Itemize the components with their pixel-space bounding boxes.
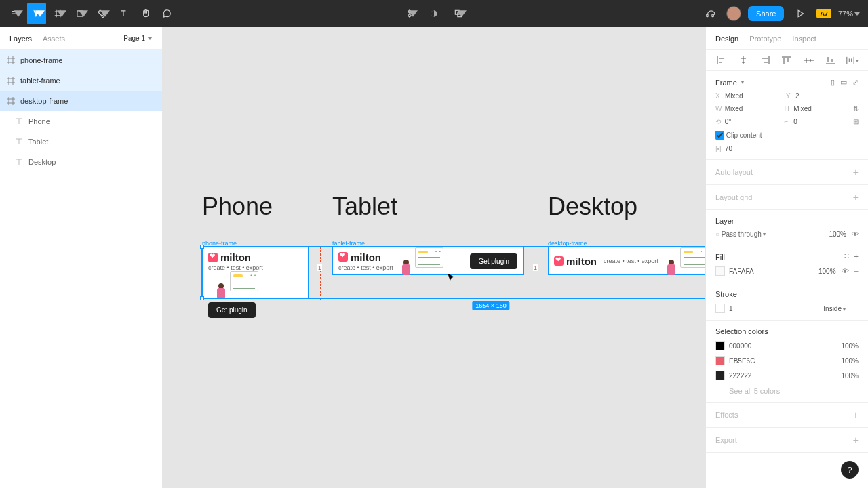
layer-desktop-text[interactable]: Desktop: [0, 152, 162, 172]
mask-tool[interactable]: [425, 3, 443, 24]
portrait-icon[interactable]: ▯: [831, 78, 835, 87]
selection-dimensions: 1654 × 150: [472, 301, 509, 310]
title-phone: Phone: [202, 192, 273, 221]
clip-content-checkbox[interactable]: [715, 131, 724, 140]
frame-icon: [7, 77, 15, 85]
color-swatch[interactable]: [715, 371, 725, 380]
stroke-position[interactable]: Inside▾: [823, 305, 846, 312]
align-top-icon[interactable]: [781, 56, 793, 65]
align-hcenter-icon[interactable]: [737, 56, 749, 65]
align-right-icon[interactable]: [759, 56, 771, 65]
audio-icon[interactable]: [701, 3, 719, 24]
move-tool[interactable]: [27, 3, 46, 24]
plan-badge: A7: [816, 9, 831, 18]
layer-section: Layer ○ Pass through▾100%👁: [706, 210, 868, 245]
independent-corners-icon[interactable]: ⊞: [853, 118, 859, 125]
comment-tool[interactable]: [157, 3, 176, 24]
layer-phone-frame[interactable]: phone-frame: [0, 50, 162, 70]
design-panel: Design Prototype Inspect ▾ Frame▾ ▯ ▭ ⤢ …: [705, 27, 868, 488]
effects-section[interactable]: Effects+: [706, 403, 868, 428]
inspect-tab[interactable]: Inspect: [792, 35, 816, 43]
svg-rect-5: [712, 14, 713, 17]
y-input[interactable]: 2: [795, 92, 856, 100]
top-toolbar: Share A7 77%: [0, 0, 868, 27]
x-input[interactable]: Mixed: [725, 92, 786, 100]
align-vcenter-icon[interactable]: [803, 56, 815, 65]
fill-hex[interactable]: FAFAFA: [729, 268, 754, 275]
title-desktop: Desktop: [548, 192, 637, 221]
selection-box: 1654 × 150: [201, 246, 781, 299]
visibility-icon[interactable]: 👁: [852, 230, 859, 238]
landscape-icon[interactable]: ▭: [840, 78, 847, 87]
help-button[interactable]: ?: [841, 461, 859, 479]
stroke-swatch[interactable]: [715, 304, 725, 313]
boolean-tool[interactable]: [449, 3, 468, 24]
assets-tab[interactable]: Assets: [43, 35, 65, 43]
align-left-icon[interactable]: [715, 56, 728, 65]
remove-icon[interactable]: −: [854, 267, 859, 275]
w-input[interactable]: Mixed: [725, 105, 785, 113]
present-button[interactable]: [791, 3, 810, 24]
ib-input[interactable]: 70: [725, 145, 786, 152]
svg-rect-4: [707, 14, 708, 17]
page-selector[interactable]: Page 1: [123, 35, 153, 42]
align-controls: ▾: [706, 50, 868, 71]
export-section[interactable]: Export+: [706, 428, 868, 453]
color-swatch[interactable]: [715, 356, 725, 365]
corner-input[interactable]: 0: [793, 118, 853, 125]
layout-grid-section[interactable]: Layout grid+: [706, 185, 868, 210]
color-swatch[interactable]: [715, 341, 725, 350]
text-tool[interactable]: [114, 3, 133, 24]
h-input[interactable]: Mixed: [793, 105, 853, 113]
frame-icon: [7, 56, 15, 64]
layers-panel: Layers Assets Page 1 phone-frame tablet-…: [0, 27, 163, 488]
layer-tablet-text[interactable]: Tablet: [0, 131, 162, 152]
text-icon: [15, 117, 23, 125]
auto-layout-section[interactable]: Auto layout+: [706, 160, 868, 185]
frame-section: Frame▾ ▯ ▭ ⤢ XMixedY2 WMixedHMixed⇅ ⟲0°⌐…: [706, 71, 868, 160]
frame-tool[interactable]: [49, 3, 68, 24]
fill-swatch[interactable]: [715, 266, 725, 276]
title-tablet: Tablet: [332, 192, 397, 221]
see-all-colors[interactable]: See all 5 colors: [715, 387, 859, 395]
layer-desktop-frame[interactable]: desktop-frame: [0, 91, 162, 111]
rotation-input[interactable]: 0°: [725, 118, 785, 125]
align-bottom-icon[interactable]: [825, 56, 837, 65]
layers-list: phone-frame tablet-frame desktop-frame P…: [0, 50, 162, 172]
selection-colors-section: Selection colors 000000100% EB5E6C100% 2…: [706, 321, 868, 403]
prototype-tab[interactable]: Prototype: [749, 35, 781, 43]
fill-section: Fill∷+ FAFAFA100%👁−: [706, 245, 868, 283]
visibility-icon[interactable]: 👁: [842, 267, 849, 275]
share-button[interactable]: Share: [748, 6, 784, 21]
blend-mode[interactable]: Pass through: [722, 230, 762, 238]
layer-tablet-frame[interactable]: tablet-frame: [0, 70, 162, 91]
frame-icon: [7, 97, 15, 105]
fill-opacity[interactable]: 100%: [818, 268, 836, 275]
user-avatar[interactable]: [726, 6, 741, 21]
hand-tool[interactable]: [136, 3, 155, 24]
layer-phone-text[interactable]: Phone: [0, 111, 162, 131]
design-tab[interactable]: Design: [715, 35, 738, 43]
constrain-icon[interactable]: ⇅: [853, 105, 859, 113]
text-icon: [15, 138, 23, 146]
shape-tool[interactable]: [71, 3, 90, 24]
main-menu-button[interactable]: [5, 3, 24, 24]
style-icon[interactable]: ∷: [844, 252, 849, 261]
stroke-more-icon[interactable]: ⋯: [851, 304, 859, 313]
stroke-weight[interactable]: 1: [729, 305, 733, 312]
pen-tool[interactable]: [92, 3, 111, 24]
layers-tab[interactable]: Layers: [9, 35, 32, 43]
get-plugin-button[interactable]: Get plugin: [208, 302, 256, 318]
stroke-section: Stroke 1Inside▾⋯: [706, 283, 868, 321]
resize-fit-icon[interactable]: ⤢: [852, 78, 859, 87]
distribute-icon[interactable]: ▾: [846, 56, 859, 65]
zoom-control[interactable]: 77%: [838, 9, 860, 18]
opacity-input[interactable]: 100%: [829, 230, 846, 238]
component-tool[interactable]: [400, 3, 419, 24]
add-fill-icon[interactable]: +: [854, 252, 859, 261]
canvas[interactable]: Phone Tablet Desktop phone-frame tablet-…: [163, 27, 705, 488]
text-icon: [15, 158, 23, 166]
